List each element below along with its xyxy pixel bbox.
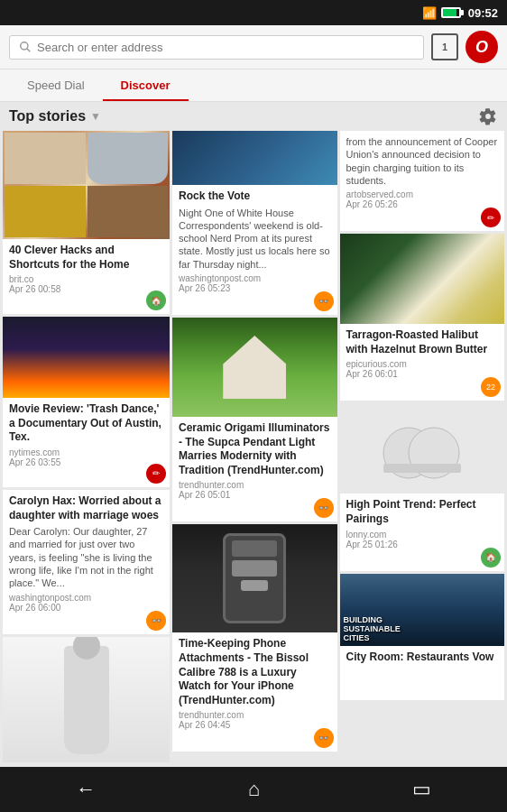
- hacks-img-cell-1: [5, 133, 86, 184]
- hacks-img-cell-3: [5, 186, 86, 237]
- card-halibut-badge: 22: [481, 377, 501, 397]
- card-correspondents[interactable]: Rock the Vote Night One of White House C…: [172, 131, 337, 315]
- card-ceramic-source: trendhunter.com Apr 26 05:01: [179, 480, 331, 500]
- card-carolyn-excerpt: Dear Carolyn: Our daughter, 27 and marri…: [9, 525, 163, 589]
- card-pairings-title: High Point Trend: Perfect Pairings: [346, 498, 499, 526]
- card-phone-image: [172, 524, 337, 632]
- card-phone-badge: 👓: [314, 728, 334, 748]
- card-correspondents-image: [172, 131, 337, 185]
- hacks-img-cell-2: [88, 133, 169, 184]
- card-halibut-image: [340, 234, 505, 324]
- card-building-title: City Room: Restaurants Vow: [346, 651, 499, 665]
- search-input-wrapper[interactable]: [9, 35, 424, 60]
- card-carolyn-badge: 👓: [146, 611, 166, 631]
- home-button[interactable]: ⌂: [239, 769, 269, 810]
- card-ceramic[interactable]: Ceramic Origami Illuminators - The Supca…: [172, 318, 337, 521]
- card-phone-title: Time-Keeping Phone Attachments - The Bis…: [179, 637, 331, 707]
- settings-button[interactable]: [478, 106, 498, 126]
- status-time: 09:52: [468, 6, 498, 20]
- card-hacks-source: brit.co Apr 26 00:58: [9, 274, 163, 294]
- card-cooper[interactable]: from the announcement of Cooper Union's …: [340, 131, 505, 231]
- card-movie-text: Movie Review: 'Trash Dance,' a Documenta…: [3, 398, 170, 487]
- card-movie-source: nytimes.com Apr 26 03:55: [9, 448, 163, 467]
- tab-speed-dial[interactable]: Speed Dial: [9, 69, 103, 101]
- battery-icon: [441, 7, 461, 18]
- card-cooper-source: artobserved.com Apr 26 05:26: [346, 189, 499, 209]
- bottom-nav: ← ⌂ ▭: [0, 767, 507, 812]
- stories-title: Top stories: [9, 108, 86, 125]
- card-halibut[interactable]: Tarragon-Roasted Halibut with Hazelnut B…: [340, 234, 505, 401]
- card-dress-image: [3, 637, 170, 762]
- phone-btn-3: [241, 580, 268, 591]
- card-building-image: BUILDINGSUSTAINABLECITIES: [340, 574, 505, 646]
- search-input[interactable]: [37, 41, 414, 54]
- card-carolyn-title: Carolyn Hax: Worried about a daughter wi…: [9, 494, 163, 522]
- card-movie-title: Movie Review: 'Trash Dance,' a Documenta…: [9, 402, 163, 445]
- card-hacks-badge: 🏠: [146, 291, 166, 310]
- tabs-overview-button[interactable]: ▭: [403, 769, 440, 810]
- collapse-arrow: ▼: [90, 110, 101, 123]
- card-pairings[interactable]: High Point Trend: Perfect Pairings lonny…: [340, 403, 505, 570]
- search-bar: 1 O: [0, 25, 507, 69]
- card-carolyn-text: Carolyn Hax: Worried about a daughter wi…: [3, 490, 170, 634]
- tab-discover[interactable]: Discover: [103, 69, 189, 101]
- phone-shape: [223, 533, 286, 623]
- card-hacks-text: 40 Clever Hacks and Shortcuts for the Ho…: [3, 239, 170, 314]
- phone-btn-1: [232, 540, 277, 557]
- ceramic-house-shape: [223, 336, 286, 399]
- card-pairings-badge: 🏠: [481, 548, 501, 567]
- card-movie-image: [3, 317, 170, 398]
- card-cooper-excerpt: from the announcement of Cooper Union's …: [346, 135, 499, 187]
- back-button[interactable]: ←: [67, 769, 105, 810]
- card-correspondents-title: Rock the Vote: [179, 189, 331, 204]
- status-icons: 📶: [422, 6, 461, 20]
- card-hacks-image: [3, 131, 170, 239]
- card-cooper-badge: ✏: [481, 208, 501, 227]
- dress-shape: [64, 646, 109, 754]
- card-building[interactable]: BUILDINGSUSTAINABLECITIES City Room: Res…: [340, 574, 505, 700]
- svg-point-0: [21, 42, 28, 50]
- opera-logo: O: [475, 38, 488, 57]
- wifi-icon: 📶: [422, 6, 437, 20]
- card-phone-text: Time-Keeping Phone Attachments - The Bis…: [172, 632, 337, 752]
- card-halibut-source: epicurious.com Apr 26 06:01: [346, 359, 499, 379]
- card-cooper-text: from the announcement of Cooper Union's …: [340, 131, 505, 231]
- card-ceramic-title: Ceramic Origami Illuminators - The Supca…: [179, 421, 331, 477]
- phone-btn-2: [232, 560, 277, 577]
- dress-head: [73, 637, 100, 660]
- search-icon: [19, 41, 32, 53]
- building-text: BUILDINGSUSTAINABLECITIES: [344, 615, 401, 642]
- svg-line-1: [27, 49, 30, 51]
- card-carolyn-source: washingtonpost.com Apr 26 06:00: [9, 593, 163, 613]
- pairings-shape-svg: [382, 417, 463, 480]
- card-phone-source: trendhunter.com Apr 26 04:45: [179, 710, 331, 730]
- card-building-text: City Room: Restaurants Vow: [340, 646, 505, 700]
- card-carolyn[interactable]: Carolyn Hax: Worried about a daughter wi…: [3, 490, 170, 634]
- status-bar: 📶 09:52: [0, 0, 507, 25]
- card-movie-badge: ✏: [146, 464, 166, 484]
- card-correspondents-excerpt: Night One of White House Correspondents'…: [179, 207, 331, 271]
- card-dress[interactable]: [3, 637, 170, 762]
- card-movie[interactable]: Movie Review: 'Trash Dance,' a Documenta…: [3, 317, 170, 487]
- card-ceramic-badge: 👓: [314, 498, 334, 518]
- card-halibut-title: Tarragon-Roasted Halibut with Hazelnut B…: [346, 328, 499, 356]
- content-area: Top stories ▼ 40 Clever Hacks and Shortc…: [0, 102, 507, 762]
- card-halibut-text: Tarragon-Roasted Halibut with Hazelnut B…: [340, 324, 505, 401]
- card-pairings-source: lonny.com Apr 25 01:26: [346, 530, 499, 549]
- card-correspondents-text: Rock the Vote Night One of White House C…: [172, 185, 337, 315]
- card-hacks[interactable]: 40 Clever Hacks and Shortcuts for the Ho…: [3, 131, 170, 314]
- stories-header: Top stories ▼: [0, 102, 507, 128]
- tabs-button[interactable]: 1: [431, 33, 458, 60]
- card-correspondents-source: washingtonpost.com Apr 26 05:23: [179, 273, 331, 293]
- svg-rect-4: [383, 464, 461, 473]
- opera-button[interactable]: O: [466, 31, 498, 63]
- right-column: from the announcement of Cooper Union's …: [340, 131, 505, 762]
- card-pairings-text: High Point Trend: Perfect Pairings lonny…: [340, 494, 505, 570]
- card-hacks-title: 40 Clever Hacks and Shortcuts for the Ho…: [9, 244, 163, 272]
- left-column: 40 Clever Hacks and Shortcuts for the Ho…: [3, 131, 170, 762]
- card-phone[interactable]: Time-Keeping Phone Attachments - The Bis…: [172, 524, 337, 752]
- card-ceramic-image: [172, 318, 337, 417]
- card-ceramic-text: Ceramic Origami Illuminators - The Supca…: [172, 417, 337, 521]
- grid-columns: 40 Clever Hacks and Shortcuts for the Ho…: [0, 128, 507, 762]
- nav-tabs: Speed Dial Discover: [0, 69, 507, 102]
